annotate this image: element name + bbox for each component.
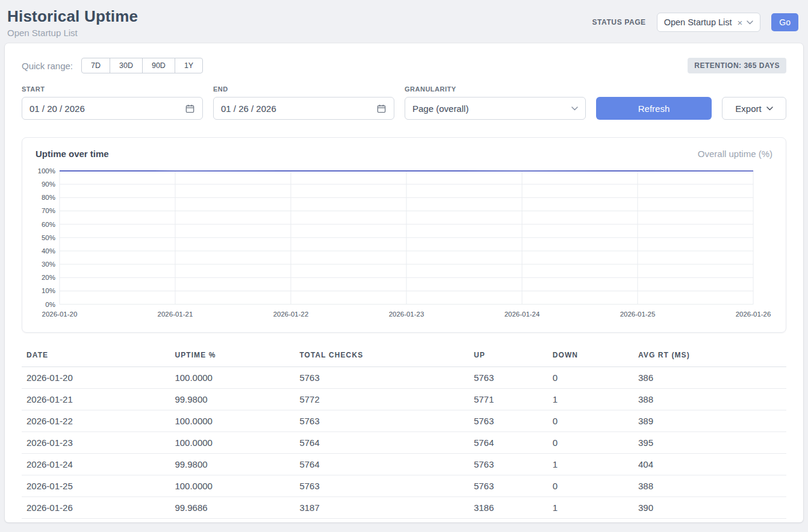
table-cell: 99.9800 — [170, 388, 294, 410]
svg-text:50%: 50% — [42, 234, 55, 241]
chevron-down-icon — [766, 107, 773, 111]
uptime-chart: 0%10%20%30%40%50%60%70%80%90%100%2026-01… — [36, 166, 772, 321]
table-cell: 100.0000 — [170, 475, 294, 496]
status-page-value: Open Startup List — [664, 17, 732, 27]
column-header: DATE — [22, 348, 170, 367]
filter-form-row: START 01 / 20 / 2026 END 01 / 26 / 2026 — [22, 85, 786, 120]
page-title: Historical Uptime — [7, 7, 138, 26]
table-cell: 1 — [548, 496, 633, 518]
svg-text:90%: 90% — [42, 181, 55, 188]
main-card: Quick range: 7D30D90D1Y RETENTION: 365 D… — [5, 43, 803, 522]
svg-text:2026-01-23: 2026-01-23 — [389, 311, 424, 318]
table-cell: 389 — [633, 410, 786, 431]
granularity-value: Page (overall) — [412, 104, 468, 114]
chart-header: Uptime over time Overall uptime (%) — [36, 149, 772, 159]
page-subtitle: Open Startup List — [7, 28, 138, 38]
table-cell: 2026-01-26 — [22, 496, 170, 518]
quick-range-90d[interactable]: 90D — [142, 58, 175, 73]
svg-text:10%: 10% — [42, 287, 55, 294]
topbar-controls: STATUS PAGE Open Startup List × Go — [592, 13, 798, 32]
calendar-icon[interactable] — [185, 104, 195, 114]
table-cell: 99.9800 — [170, 453, 294, 475]
table-cell: 5763 — [294, 410, 469, 431]
export-button[interactable]: Export — [722, 97, 786, 120]
svg-text:80%: 80% — [42, 194, 55, 201]
table-cell: 388 — [633, 475, 786, 496]
table-cell: 2026-01-25 — [22, 475, 170, 496]
table-cell: 5764 — [294, 453, 469, 475]
table-cell: 404 — [633, 453, 786, 475]
table-cell: 100.0000 — [170, 410, 294, 431]
table-cell: 386 — [633, 367, 786, 388]
table-cell: 1 — [548, 388, 633, 410]
table-cell: 5763 — [294, 367, 469, 388]
svg-text:2026-01-24: 2026-01-24 — [505, 311, 540, 318]
go-button[interactable]: Go — [771, 13, 798, 31]
chart-title: Uptime over time — [36, 149, 109, 159]
svg-text:2026-01-21: 2026-01-21 — [158, 311, 193, 318]
svg-text:70%: 70% — [42, 207, 55, 214]
table-cell: 5763 — [469, 453, 548, 475]
chart-card: Uptime over time Overall uptime (%) 0%10… — [22, 137, 786, 333]
table-row: 2026-01-23100.0000576457640395 — [22, 431, 786, 453]
table-cell: 388 — [633, 388, 786, 410]
granularity-select[interactable]: Page (overall) — [405, 97, 586, 120]
status-page-select[interactable]: Open Startup List × — [657, 13, 761, 32]
column-header: UPTIME % — [170, 348, 294, 367]
table-row: 2026-01-2199.9800577257711388 — [22, 388, 786, 410]
calendar-icon[interactable] — [376, 104, 387, 114]
table-cell: 5763 — [469, 410, 548, 431]
table-cell: 395 — [633, 431, 786, 453]
uptime-table: DATEUPTIME %TOTAL CHECKSUPDOWNAVG RT (MS… — [22, 348, 786, 519]
table-cell: 100.0000 — [170, 431, 294, 453]
table-cell: 1 — [548, 453, 633, 475]
svg-text:2026-01-22: 2026-01-22 — [273, 311, 309, 318]
svg-text:30%: 30% — [42, 261, 55, 268]
chevron-down-icon — [747, 20, 753, 25]
end-date-input[interactable]: 01 / 26 / 2026 — [213, 97, 394, 120]
table-cell: 390 — [633, 496, 786, 518]
table-cell: 0 — [548, 475, 633, 496]
quick-range-label: Quick range: — [22, 61, 73, 71]
svg-text:40%: 40% — [42, 247, 55, 255]
table-cell: 5771 — [469, 388, 548, 410]
table-cell: 5764 — [294, 431, 469, 453]
end-date-field-group: END 01 / 26 / 2026 — [213, 85, 394, 120]
start-date-value: 01 / 20 / 2026 — [30, 104, 85, 114]
quick-range-7d[interactable]: 7D — [81, 58, 110, 73]
table-cell: 5763 — [469, 475, 548, 496]
table-cell: 5772 — [294, 388, 469, 410]
start-label: START — [22, 85, 203, 93]
clear-icon[interactable]: × — [738, 18, 743, 27]
column-header: AVG RT (MS) — [633, 348, 786, 367]
end-date-value: 01 / 26 / 2026 — [221, 104, 276, 114]
table-cell: 0 — [548, 367, 633, 388]
refresh-button[interactable]: Refresh — [596, 97, 712, 120]
table-cell: 99.9686 — [170, 496, 294, 518]
column-header: DOWN — [548, 348, 633, 367]
start-date-input[interactable]: 01 / 20 / 2026 — [22, 97, 203, 120]
chevron-down-icon — [571, 107, 578, 111]
table-cell: 3187 — [294, 496, 469, 518]
table-cell: 2026-01-23 — [22, 431, 170, 453]
table-cell: 5764 — [469, 431, 548, 453]
chart-series-label: Overall uptime (%) — [698, 149, 772, 159]
title-block: Historical Uptime Open Startup List — [7, 7, 138, 38]
table-cell: 3186 — [469, 496, 548, 518]
table-row: 2026-01-2499.9800576457631404 — [22, 453, 786, 475]
svg-text:2026-01-25: 2026-01-25 — [620, 311, 656, 318]
svg-text:0%: 0% — [45, 301, 55, 308]
table-cell: 100.0000 — [170, 367, 294, 388]
table-cell: 2026-01-24 — [22, 453, 170, 475]
quick-range-1y[interactable]: 1Y — [175, 58, 203, 73]
end-label: END — [213, 85, 394, 93]
table-cell: 5763 — [294, 475, 469, 496]
quick-range-30d[interactable]: 30D — [110, 58, 143, 73]
quick-range-group: 7D30D90D1Y — [81, 58, 203, 73]
quick-range-row: Quick range: 7D30D90D1Y RETENTION: 365 D… — [22, 58, 786, 73]
table-row: 2026-01-2699.9686318731861390 — [22, 496, 786, 518]
svg-text:60%: 60% — [42, 221, 55, 228]
table-cell: 0 — [548, 431, 633, 453]
uptime-table-header-row: DATEUPTIME %TOTAL CHECKSUPDOWNAVG RT (MS… — [22, 348, 786, 367]
table-cell: 0 — [548, 410, 633, 431]
